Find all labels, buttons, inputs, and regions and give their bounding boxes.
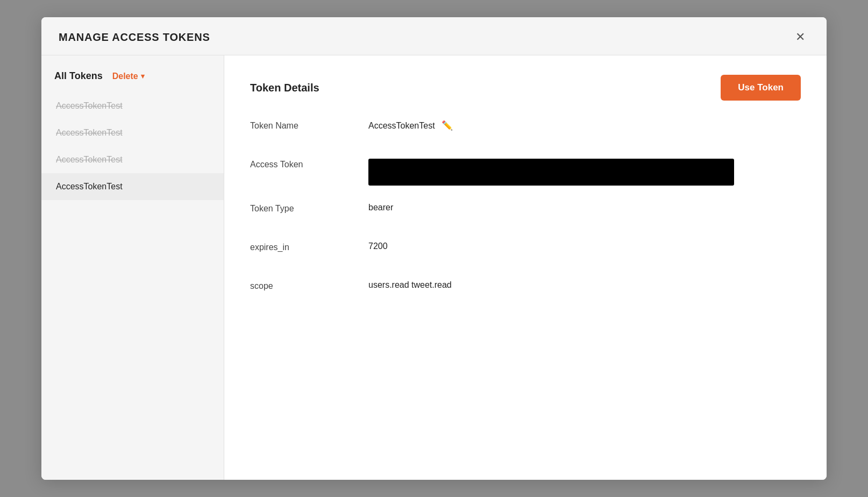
sidebar: All Tokens Delete ▾ AccessTokenTest Acce… xyxy=(41,55,224,480)
modal-body: All Tokens Delete ▾ AccessTokenTest Acce… xyxy=(41,55,827,480)
token-list: AccessTokenTest AccessTokenTest AccessTo… xyxy=(41,93,224,480)
access-token-row: Access Token xyxy=(250,159,801,186)
modal-header: MANAGE ACCESS TOKENS ✕ xyxy=(41,17,827,55)
access-token-value-container xyxy=(368,159,801,186)
all-tokens-label: All Tokens xyxy=(54,70,103,82)
token-name-label: Token Name xyxy=(250,120,368,131)
delete-button[interactable]: Delete ▾ xyxy=(112,72,145,81)
token-type-row: Token Type bearer xyxy=(250,203,801,224)
modal-overlay: MANAGE ACCESS TOKENS ✕ All Tokens Delete… xyxy=(0,0,868,497)
expires-in-label: expires_in xyxy=(250,242,368,252)
token-name-value: AccessTokenTest xyxy=(368,121,435,131)
main-content: Token Details Use Token Token Name Acces… xyxy=(224,55,827,480)
list-item[interactable]: AccessTokenTest xyxy=(41,173,224,200)
token-type-label: Token Type xyxy=(250,203,368,214)
token-name-value-container: AccessTokenTest ✏️ xyxy=(368,120,801,131)
expires-in-value: 7200 xyxy=(368,242,801,251)
edit-icon[interactable]: ✏️ xyxy=(442,120,453,131)
list-item[interactable]: AccessTokenTest xyxy=(41,93,224,119)
token-name-row: Token Name AccessTokenTest ✏️ xyxy=(250,120,801,141)
sidebar-toolbar: All Tokens Delete ▾ xyxy=(41,70,224,93)
list-item[interactable]: AccessTokenTest xyxy=(41,146,224,173)
modal: MANAGE ACCESS TOKENS ✕ All Tokens Delete… xyxy=(41,17,827,480)
modal-close-button[interactable]: ✕ xyxy=(791,29,809,45)
list-item[interactable]: AccessTokenTest xyxy=(41,119,224,146)
scope-label: scope xyxy=(250,280,368,291)
scope-row: scope users.read tweet.read xyxy=(250,280,801,302)
use-token-button[interactable]: Use Token xyxy=(721,75,801,101)
token-details-title: Token Details xyxy=(250,82,319,94)
modal-title: MANAGE ACCESS TOKENS xyxy=(59,31,210,44)
scope-value: users.read tweet.read xyxy=(368,280,801,290)
chevron-down-icon: ▾ xyxy=(141,72,145,80)
token-type-value: bearer xyxy=(368,203,801,212)
delete-label: Delete xyxy=(112,72,138,81)
access-token-label: Access Token xyxy=(250,159,368,169)
expires-in-row: expires_in 7200 xyxy=(250,242,801,263)
access-token-redacted xyxy=(368,159,734,186)
token-details-header: Token Details Use Token xyxy=(250,75,801,101)
